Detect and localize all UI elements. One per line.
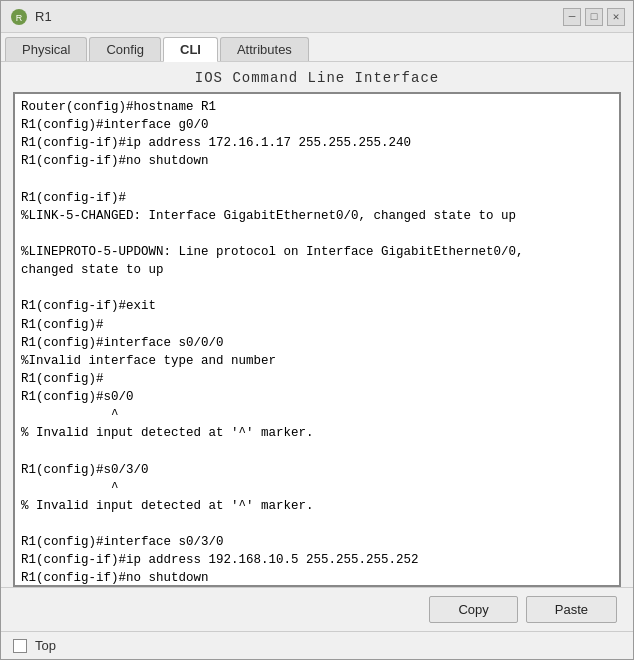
page-title: IOS Command Line Interface (1, 62, 633, 92)
tab-config[interactable]: Config (89, 37, 161, 61)
terminal-output[interactable]: Router(config)#hostname R1 R1(config)#in… (13, 92, 621, 587)
minimize-button[interactable]: ─ (563, 8, 581, 26)
maximize-button[interactable]: □ (585, 8, 603, 26)
title-bar-left: R R1 (9, 7, 52, 27)
top-label: Top (35, 638, 56, 653)
bottom-bar: Copy Paste (1, 587, 633, 631)
top-checkbox[interactable] (13, 639, 27, 653)
router-icon: R (9, 7, 29, 27)
tab-attributes[interactable]: Attributes (220, 37, 309, 61)
tab-cli[interactable]: CLI (163, 37, 218, 62)
terminal-wrapper: Router(config)#hostname R1 R1(config)#in… (1, 92, 633, 587)
close-button[interactable]: ✕ (607, 8, 625, 26)
footer-bar: Top (1, 631, 633, 659)
title-bar: R R1 ─ □ ✕ (1, 1, 633, 33)
svg-text:R: R (16, 13, 23, 23)
copy-button[interactable]: Copy (429, 596, 517, 623)
tab-bar: Physical Config CLI Attributes (1, 33, 633, 62)
tab-physical[interactable]: Physical (5, 37, 87, 61)
main-window: R R1 ─ □ ✕ Physical Config CLI Attribute… (0, 0, 634, 660)
paste-button[interactable]: Paste (526, 596, 617, 623)
window-title: R1 (35, 9, 52, 24)
title-bar-controls: ─ □ ✕ (563, 8, 625, 26)
